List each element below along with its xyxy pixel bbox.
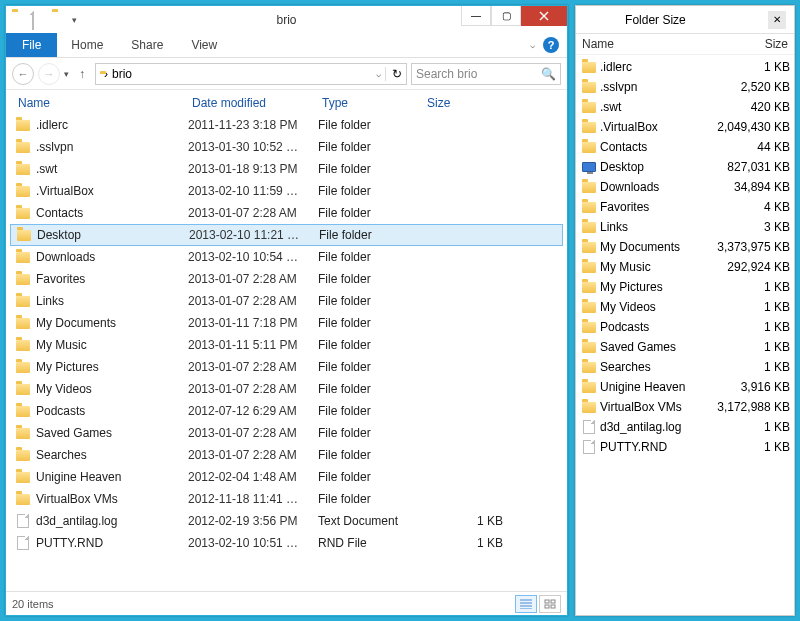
- fs-header-name[interactable]: Name: [582, 37, 765, 51]
- folder-size-row[interactable]: My Documents3,373,975 KB: [580, 237, 790, 257]
- folder-size-row[interactable]: Downloads34,894 KB: [580, 177, 790, 197]
- file-name: Downloads: [32, 250, 188, 264]
- folder-icon: [14, 428, 32, 439]
- file-date: 2013-02-10 11:21 …: [189, 228, 319, 242]
- help-icon[interactable]: ?: [543, 37, 559, 53]
- file-type: RND File: [318, 536, 423, 550]
- titlebar[interactable]: ▾ brio — ▢: [6, 6, 567, 33]
- header-name[interactable]: Name: [14, 96, 188, 110]
- file-row[interactable]: .VirtualBox2013-02-10 11:59 …File folder: [10, 180, 563, 202]
- fs-item-name: Links: [598, 220, 712, 234]
- file-type: File folder: [318, 162, 423, 176]
- file-row[interactable]: Podcasts2012-07-12 6:29 AMFile folder: [10, 400, 563, 422]
- qat-dropdown-icon[interactable]: ▾: [72, 15, 77, 25]
- fs-item-name: Unigine Heaven: [598, 380, 712, 394]
- header-type[interactable]: Type: [318, 96, 423, 110]
- file-row[interactable]: d3d_antilag.log2012-02-19 3:56 PMText Do…: [10, 510, 563, 532]
- forward-button[interactable]: →: [38, 63, 60, 85]
- folder-icon: [580, 362, 598, 373]
- fs-item-size: 3,916 KB: [712, 380, 790, 394]
- folder-size-row[interactable]: PUTTY.RND1 KB: [580, 437, 790, 457]
- fs-item-name: .sslvpn: [598, 80, 712, 94]
- folder-size-row[interactable]: .VirtualBox2,049,430 KB: [580, 117, 790, 137]
- folder-size-row[interactable]: Podcasts1 KB: [580, 317, 790, 337]
- file-row[interactable]: Desktop2013-02-10 11:21 …File folder: [10, 224, 563, 246]
- fs-item-name: .swt: [598, 100, 712, 114]
- file-row[interactable]: Unigine Heaven2012-02-04 1:48 AMFile fol…: [10, 466, 563, 488]
- header-size[interactable]: Size: [423, 96, 513, 110]
- search-input[interactable]: Search brio 🔍: [411, 63, 561, 85]
- folder-size-row[interactable]: Links3 KB: [580, 217, 790, 237]
- address-dropdown-icon[interactable]: ⌵: [376, 69, 381, 79]
- folder-size-row[interactable]: .swt420 KB: [580, 97, 790, 117]
- file-row[interactable]: My Videos2013-01-07 2:28 AMFile folder: [10, 378, 563, 400]
- tab-view[interactable]: View: [177, 33, 231, 57]
- file-row[interactable]: Links2013-01-07 2:28 AMFile folder: [10, 290, 563, 312]
- folder-icon: [14, 274, 32, 285]
- new-folder-icon[interactable]: [52, 12, 68, 28]
- file-row[interactable]: Searches2013-01-07 2:28 AMFile folder: [10, 444, 563, 466]
- fs-item-size: 1 KB: [712, 320, 790, 334]
- folder-size-window: Folder Size ✕ Name Size .idlerc1 KB.sslv…: [575, 5, 795, 616]
- folder-size-row[interactable]: Favorites4 KB: [580, 197, 790, 217]
- ribbon-expand-icon[interactable]: ⌵: [530, 40, 535, 50]
- address-bar[interactable]: › brio ⌵ ↻: [95, 63, 407, 85]
- folder-size-row[interactable]: My Pictures1 KB: [580, 277, 790, 297]
- tab-home[interactable]: Home: [57, 33, 117, 57]
- fs-item-name: Favorites: [598, 200, 712, 214]
- folder-size-row[interactable]: .sslvpn2,520 KB: [580, 77, 790, 97]
- header-date[interactable]: Date modified: [188, 96, 318, 110]
- fs-header-size[interactable]: Size: [765, 37, 788, 51]
- minimize-button[interactable]: —: [461, 6, 491, 26]
- file-row[interactable]: My Music2013-01-11 5:11 PMFile folder: [10, 334, 563, 356]
- history-dropdown-icon[interactable]: ▾: [64, 69, 69, 79]
- folder-size-row[interactable]: .idlerc1 KB: [580, 57, 790, 77]
- file-row[interactable]: Saved Games2013-01-07 2:28 AMFile folder: [10, 422, 563, 444]
- file-row[interactable]: Favorites2013-01-07 2:28 AMFile folder: [10, 268, 563, 290]
- folder-size-row[interactable]: Saved Games1 KB: [580, 337, 790, 357]
- fs-item-size: 3,373,975 KB: [712, 240, 790, 254]
- explorer-window: ▾ brio — ▢ File Home Share View ⌵ ? ← → …: [5, 5, 568, 616]
- details-view-button[interactable]: [515, 595, 537, 613]
- maximize-button[interactable]: ▢: [491, 6, 521, 26]
- folder-icon: [580, 282, 598, 293]
- folder-size-row[interactable]: Contacts44 KB: [580, 137, 790, 157]
- folder-size-close-button[interactable]: ✕: [768, 11, 786, 29]
- up-button[interactable]: ↑: [73, 65, 91, 83]
- folder-size-row[interactable]: d3d_antilag.log1 KB: [580, 417, 790, 437]
- file-date: 2012-02-19 3:56 PM: [188, 514, 318, 528]
- folder-size-headers: Name Size: [576, 33, 794, 55]
- properties-icon[interactable]: [32, 12, 48, 28]
- folder-size-row[interactable]: Searches1 KB: [580, 357, 790, 377]
- thumbnails-view-button[interactable]: [539, 595, 561, 613]
- breadcrumb-item[interactable]: brio: [112, 67, 132, 81]
- file-row[interactable]: Downloads2013-02-10 10:54 …File folder: [10, 246, 563, 268]
- folder-size-row[interactable]: Unigine Heaven3,916 KB: [580, 377, 790, 397]
- folder-icon: [14, 120, 32, 131]
- back-button[interactable]: ←: [12, 63, 34, 85]
- folder-size-row[interactable]: Desktop827,031 KB: [580, 157, 790, 177]
- file-row[interactable]: .sslvpn2013-01-30 10:52 …File folder: [10, 136, 563, 158]
- fs-item-name: Desktop: [598, 160, 712, 174]
- file-row[interactable]: PUTTY.RND2013-02-10 10:51 …RND File1 KB: [10, 532, 563, 554]
- file-tab[interactable]: File: [6, 33, 57, 57]
- file-date: 2013-01-11 7:18 PM: [188, 316, 318, 330]
- file-date: 2013-01-30 10:52 …: [188, 140, 318, 154]
- close-button[interactable]: [521, 6, 567, 26]
- refresh-icon[interactable]: ↻: [385, 67, 402, 81]
- folder-size-titlebar[interactable]: Folder Size ✕: [576, 6, 794, 33]
- folder-size-row[interactable]: VirtualBox VMs3,172,988 KB: [580, 397, 790, 417]
- file-date: 2013-01-07 2:28 AM: [188, 448, 318, 462]
- file-row[interactable]: .swt2013-01-18 9:13 PMFile folder: [10, 158, 563, 180]
- file-row[interactable]: My Documents2013-01-11 7:18 PMFile folde…: [10, 312, 563, 334]
- file-date: 2011-11-23 3:18 PM: [188, 118, 318, 132]
- fs-item-name: Downloads: [598, 180, 712, 194]
- file-row[interactable]: .idlerc2011-11-23 3:18 PMFile folder: [10, 114, 563, 136]
- fs-item-size: 34,894 KB: [712, 180, 790, 194]
- file-row[interactable]: VirtualBox VMs2012-11-18 11:41 …File fol…: [10, 488, 563, 510]
- tab-share[interactable]: Share: [117, 33, 177, 57]
- file-row[interactable]: My Pictures2013-01-07 2:28 AMFile folder: [10, 356, 563, 378]
- file-row[interactable]: Contacts2013-01-07 2:28 AMFile folder: [10, 202, 563, 224]
- folder-size-row[interactable]: My Music292,924 KB: [580, 257, 790, 277]
- folder-size-row[interactable]: My Videos1 KB: [580, 297, 790, 317]
